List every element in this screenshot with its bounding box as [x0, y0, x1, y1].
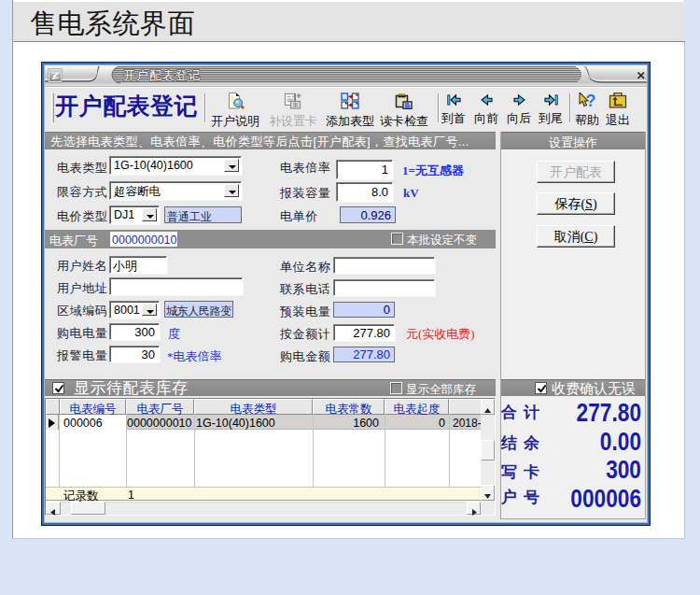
svg-text:开户配表登记: 开户配表登记 — [123, 69, 202, 82]
